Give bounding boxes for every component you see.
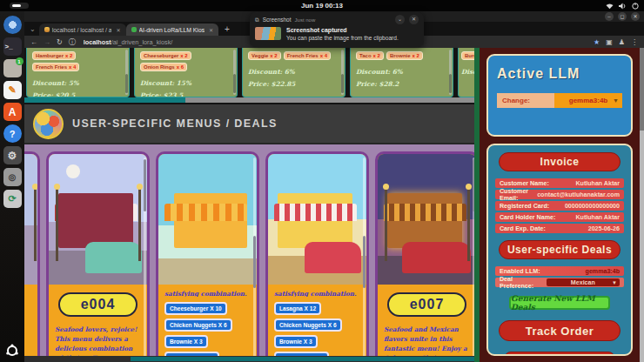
card-scrollbar[interactable] bbox=[125, 50, 128, 95]
tab-close-icon[interactable]: ✕ bbox=[209, 27, 213, 33]
minimize-icon[interactable]: – bbox=[605, 12, 614, 21]
software-center-icon[interactable]: ⟳ bbox=[3, 190, 22, 208]
notification-collapse-icon[interactable]: ⌄ bbox=[395, 15, 405, 24]
change-label: Change: bbox=[497, 93, 554, 108]
deal-summary-card[interactable]: Veggiex 2 French Friesx 4 Discount: 6% P… bbox=[242, 48, 345, 97]
back-icon[interactable]: ← bbox=[30, 38, 37, 46]
deal-discount: Discount: 6% bbox=[356, 68, 447, 76]
kiosk-illustration bbox=[24, 154, 37, 285]
menu-card-e007[interactable]: e007 Seafood and Mexican flavors unite i… bbox=[375, 151, 474, 356]
clipped-button-stub[interactable] bbox=[504, 352, 615, 356]
chevron-down-icon: ▼ bbox=[613, 97, 619, 104]
deal-summary-card[interactable]: Hamburgerx 2 French Friesx 4 Discount: 5… bbox=[26, 48, 130, 97]
terminal-icon[interactable]: >_ bbox=[3, 37, 22, 56]
system-top-bar: Jun 19 00:13 bbox=[0, 0, 644, 11]
notification-title: Screenshot captured bbox=[286, 27, 399, 33]
deal-preference-row: Deal Preference: Mexican ▼ bbox=[495, 278, 624, 287]
menu-card-2[interactable]: satisfying combination. Cheeseburger X 1… bbox=[156, 151, 259, 356]
menu-card-partial[interactable] bbox=[24, 151, 40, 356]
screenshot-tool-icon[interactable]: ◎ bbox=[3, 168, 22, 186]
clock[interactable]: Jun 19 00:13 bbox=[301, 2, 343, 10]
text-editor-icon[interactable]: ✎ bbox=[3, 81, 22, 99]
files-badge: 1 bbox=[16, 57, 23, 65]
menu-description-partial: satisfying combination. bbox=[164, 290, 251, 297]
tab-kiosk-active[interactable]: AI-driven LoRa/LLM Kios ✕ bbox=[126, 23, 219, 36]
menu-card-e004[interactable]: e004 Seafood lovers, rejoice! This menu … bbox=[46, 151, 150, 356]
notification-time: Just now bbox=[295, 17, 316, 23]
invoice-button[interactable]: Invoice bbox=[499, 152, 621, 171]
files-icon[interactable]: 1 bbox=[3, 59, 22, 77]
menu-description: Seafood lovers, rejoice! This menu deliv… bbox=[55, 325, 141, 356]
menu-area-scrollbar[interactable] bbox=[24, 356, 474, 362]
menu-item-tag: Brownie X 3 bbox=[274, 335, 318, 348]
scrollbar-thumb[interactable] bbox=[24, 97, 185, 103]
card-scrollbar[interactable] bbox=[233, 50, 236, 95]
deal-tag: Onion Ringsx 6 bbox=[140, 63, 187, 71]
menu-kebab-icon[interactable]: ⋮ bbox=[631, 38, 638, 46]
deal-summary-card[interactable]: Cheeseburgerx 2 Onion Ringsx 6 Discount:… bbox=[134, 48, 238, 97]
card-scrollbar[interactable] bbox=[473, 158, 474, 356]
page-vertical-scrollbar[interactable] bbox=[640, 48, 644, 362]
settings-icon[interactable]: ⚙ bbox=[3, 146, 22, 164]
notification-close-icon[interactable]: ✕ bbox=[409, 15, 419, 24]
card-scrollbar[interactable] bbox=[144, 158, 146, 356]
scrollbar-thumb[interactable] bbox=[131, 357, 474, 361]
tab-localhost[interactable]: localhost / localhost / a ✕ bbox=[39, 23, 126, 36]
screenshot-notification[interactable]: ⧉ Screenshot Just now ⌄ ✕ Screenshot cap… bbox=[250, 12, 424, 47]
help-icon[interactable]: ? bbox=[3, 124, 22, 143]
profile-frame-icon[interactable]: ▣ bbox=[606, 38, 613, 46]
card-scrollbar[interactable] bbox=[449, 50, 452, 95]
tab-favicon bbox=[131, 27, 137, 32]
user-deals-button[interactable]: User-specific Deals bbox=[499, 240, 621, 259]
deal-tag: Hamburgerx 2 bbox=[32, 51, 76, 60]
deal-tag: Tacox 2 bbox=[356, 51, 384, 60]
track-order-button[interactable]: Track Order bbox=[499, 320, 621, 341]
menu-item-tag: Chicken Nuggets X 6 bbox=[164, 318, 232, 332]
deal-price: Price: $28.2 bbox=[356, 80, 447, 88]
forward-icon[interactable]: → bbox=[44, 38, 50, 46]
card-scrollbar[interactable] bbox=[253, 158, 256, 356]
reload-icon[interactable]: ↻ bbox=[57, 38, 63, 46]
invoice-row: Card Holder Name:Kutluhan Aktar bbox=[495, 212, 624, 222]
card-scrollbar[interactable] bbox=[341, 50, 344, 95]
bookmark-star-icon[interactable]: ★ bbox=[594, 38, 600, 46]
app-a-icon[interactable]: A bbox=[3, 103, 22, 121]
dock: >_ 1 ✎ A ? ⚙ ◎ ⟳ bbox=[0, 11, 24, 362]
close-icon[interactable]: ✕ bbox=[631, 12, 640, 21]
deal-summary-card[interactable]: Tacox 2 Browniex 2 Discount: 6% Price: $… bbox=[350, 48, 453, 97]
deal-tag: Browniex 2 bbox=[386, 51, 423, 60]
enabled-llm-row: Enabled LLM:gemma3:4b bbox=[495, 266, 624, 276]
volume-icon bbox=[619, 3, 627, 10]
scrollbar-thumb[interactable] bbox=[640, 48, 644, 131]
kiosk-illustration bbox=[49, 154, 147, 285]
menu-description: Seafood and Mexican flavors unite in thi… bbox=[384, 325, 470, 356]
tab-search-icon[interactable]: ⌄ bbox=[30, 25, 36, 33]
top-strip-scrollbar[interactable] bbox=[24, 97, 474, 103]
menu-item-tag: Cheeseburger X 10 bbox=[164, 302, 227, 315]
chevron-down-icon: ▼ bbox=[612, 280, 617, 285]
maximize-icon[interactable]: ◻ bbox=[618, 12, 627, 21]
deal-summary-card-partial[interactable]: Burritox Discount: bbox=[458, 48, 474, 97]
section-title: USER-SPECIFIC MENUS / DEALS bbox=[72, 117, 278, 130]
deal-tag: Burritox bbox=[461, 51, 474, 60]
deal-preference-select[interactable]: Mexican ▼ bbox=[547, 278, 620, 286]
invoice-row: Registered Card:0000000000000000 bbox=[495, 201, 624, 211]
site-info-icon[interactable]: ⓘ bbox=[69, 37, 76, 47]
tab-favicon bbox=[44, 27, 50, 32]
tab-close-icon[interactable]: ✕ bbox=[116, 27, 120, 33]
kiosk-illustration bbox=[268, 154, 366, 285]
card-scrollbar[interactable] bbox=[363, 158, 366, 356]
menu-cards-area: e004 Seafood lovers, rejoice! This menu … bbox=[24, 144, 474, 356]
menu-card-3[interactable]: satisfying combination. Lasagna X 12 Chi… bbox=[265, 151, 369, 356]
new-tab-button[interactable]: + bbox=[225, 24, 230, 34]
avatar-icon[interactable]: ♟ bbox=[619, 38, 625, 46]
system-tray[interactable] bbox=[606, 0, 639, 11]
generate-deals-button[interactable]: Generate New LLM Deals bbox=[509, 296, 610, 310]
ubuntu-logo-icon[interactable] bbox=[5, 344, 19, 358]
deal-price: Price: $23.5 bbox=[140, 91, 231, 97]
notification-body: You can paste the image from the clipboa… bbox=[286, 35, 399, 41]
llm-select[interactable]: gemma3:4b ▼ bbox=[554, 93, 622, 108]
menu-item-tag: Chicken Nuggets X 6 bbox=[274, 318, 342, 332]
workspace-indicator[interactable] bbox=[10, 3, 29, 9]
chromium-icon[interactable] bbox=[3, 16, 22, 34]
